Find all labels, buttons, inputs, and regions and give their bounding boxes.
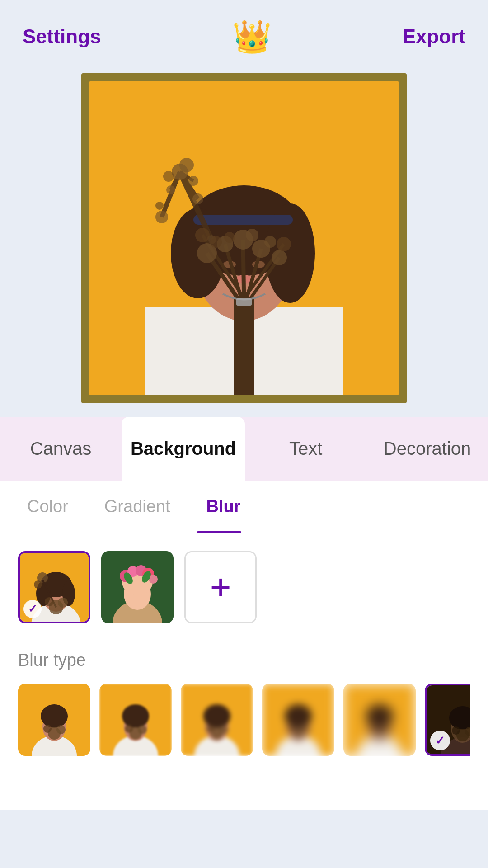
svg-point-82: [138, 725, 147, 734]
svg-point-88: [206, 725, 214, 733]
blur-option-2[interactable]: [99, 684, 172, 756]
svg-point-24: [179, 158, 194, 172]
main-tabs: Canvas Background Text Decoration: [0, 417, 488, 481]
add-image-button[interactable]: +: [184, 551, 257, 623]
svg-point-79: [122, 704, 149, 728]
svg-point-37: [272, 250, 287, 265]
sub-tabs: Color Gradient Blur: [0, 481, 488, 533]
bottom-bar: [0, 774, 488, 810]
picker-image-2[interactable]: [101, 551, 174, 623]
blur-option-4[interactable]: [262, 684, 334, 756]
export-button[interactable]: Export: [403, 25, 465, 48]
svg-point-72: [41, 704, 68, 728]
svg-point-81: [125, 725, 133, 733]
svg-point-39: [195, 228, 210, 242]
tab-background[interactable]: Background: [122, 417, 245, 481]
picker-thumb-2-image: [101, 551, 174, 623]
tab-text[interactable]: Text: [245, 417, 366, 481]
blur-section-title: Blur type: [18, 651, 470, 670]
svg-point-57: [58, 598, 68, 608]
svg-point-93: [285, 704, 312, 728]
svg-rect-8: [193, 215, 293, 225]
crown-icon: 👑: [232, 18, 272, 55]
header: Settings 👑 Export: [0, 0, 488, 64]
svg-point-109: [452, 726, 460, 735]
blur-option-5[interactable]: [343, 684, 416, 756]
blur-options-list: ✓: [18, 684, 470, 756]
image-picker: ✓ +: [0, 533, 488, 637]
picker-image-1[interactable]: ✓: [18, 551, 90, 623]
tab-canvas[interactable]: Canvas: [0, 417, 122, 481]
svg-point-89: [219, 725, 228, 734]
blur-option-3[interactable]: [181, 684, 253, 756]
sub-tab-gradient[interactable]: Gradient: [95, 481, 197, 533]
svg-point-19: [192, 193, 203, 204]
svg-point-25: [163, 171, 174, 182]
photo-image: [89, 81, 399, 395]
svg-point-95: [287, 725, 296, 733]
svg-point-75: [56, 725, 66, 734]
svg-rect-26: [234, 298, 254, 395]
svg-point-96: [300, 725, 310, 734]
svg-point-44: [264, 236, 276, 248]
svg-point-43: [224, 232, 235, 243]
canvas-area: [0, 64, 488, 417]
blur-option-1[interactable]: [18, 684, 90, 756]
sub-tab-color[interactable]: Color: [18, 481, 95, 533]
svg-point-53: [34, 580, 42, 589]
svg-point-42: [246, 229, 258, 241]
sub-tab-blur[interactable]: Blur: [197, 481, 268, 533]
blur-section: Blur type: [0, 637, 488, 774]
tab-decoration[interactable]: Decoration: [366, 417, 488, 481]
svg-point-56: [45, 597, 54, 606]
svg-point-86: [203, 704, 230, 728]
settings-button[interactable]: Settings: [23, 25, 101, 48]
svg-point-41: [210, 236, 222, 248]
svg-point-20: [166, 185, 175, 194]
blur-check-6: ✓: [430, 731, 450, 750]
svg-point-21: [188, 176, 198, 186]
blur-option-6[interactable]: ✓: [425, 684, 470, 756]
svg-point-40: [277, 237, 291, 251]
photo-frame: [81, 73, 407, 403]
svg-point-18: [155, 211, 168, 223]
svg-point-102: [369, 725, 377, 733]
svg-point-74: [43, 725, 52, 733]
svg-rect-45: [236, 298, 252, 306]
svg-point-23: [155, 202, 164, 210]
svg-point-100: [366, 704, 393, 728]
svg-point-103: [382, 725, 391, 734]
photo-canvas: [89, 81, 399, 395]
picker-check-1: ✓: [23, 600, 42, 618]
